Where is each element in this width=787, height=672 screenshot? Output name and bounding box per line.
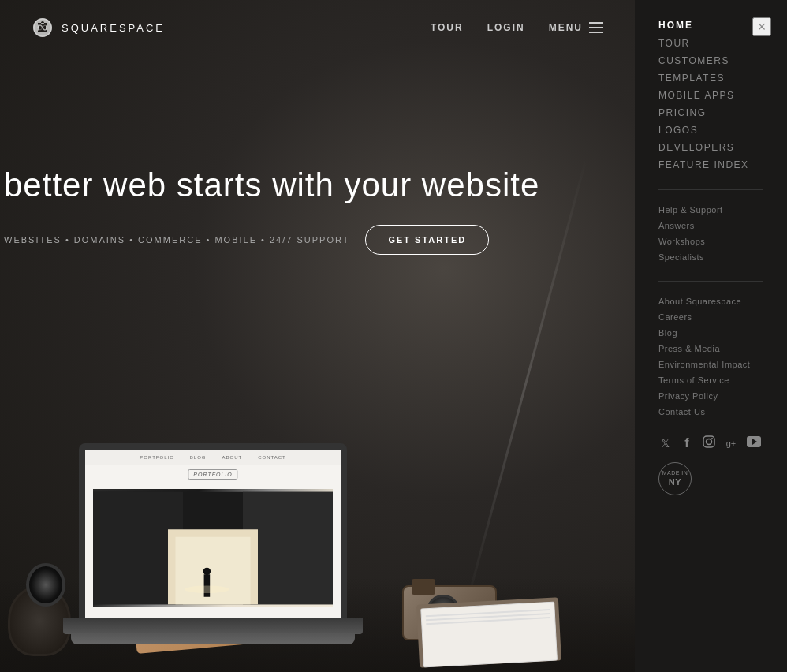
sidebar-item-templates[interactable]: TEMPLATES [658,69,763,87]
svg-point-10 [707,439,712,445]
instagram-icon[interactable] [703,435,715,450]
sidebar-item-press[interactable]: Press & Media [658,341,763,357]
sidebar-item-environmental[interactable]: Environmental Impact [658,357,763,372]
laptop-screen: PORTFOLIO BLOG ABOUT CONTACT PORTFOLIO [79,443,347,625]
hero-subtitle: WEBSITES • DOMAINS • COMMERCE • MOBILE •… [0,225,635,255]
sidebar-item-help[interactable]: Help & Support [658,202,763,218]
main-nav: TOUR LOGIN MENU [431,22,603,33]
social-links: 𝕏 f g+ [658,435,763,450]
camera-left [8,585,71,656]
close-button[interactable]: × [752,17,771,36]
sidebar-item-home[interactable]: HOME [658,16,763,35]
sidebar-item-blog[interactable]: Blog [658,325,763,341]
sidebar-menu: × HOME TOUR CUSTOMERS TEMPLATES MOBILE A… [635,0,787,672]
svg-point-8 [185,586,229,594]
sidebar-item-feature-index[interactable]: FEATURE INDEX [658,156,763,174]
sidebar-item-workshops[interactable]: Workshops [658,233,763,249]
logo-icon [32,17,54,39]
menu-label: MENU [549,22,583,33]
hamburger-icon [589,22,603,33]
sidebar-item-specialists[interactable]: Specialists [658,249,763,265]
screen-logo: PORTFOLIO [188,469,237,480]
logo[interactable]: SQUARESPACE [32,17,165,39]
screen-nav-blog: BLOG [190,455,207,460]
sidebar-item-logos[interactable]: LOGOS [658,121,763,139]
laptop: PORTFOLIO BLOG ABOUT CONTACT PORTFOLIO [63,443,371,672]
sidebar-main-nav: HOME TOUR CUSTOMERS TEMPLATES MOBILE APP… [658,16,763,174]
ny-badge: MADE IN NY [658,462,692,495]
hero-title: better web starts with your website [0,166,552,205]
youtube-icon[interactable] [747,436,759,450]
screen-nav-about: ABOUT [222,455,243,460]
twitter-icon[interactable]: 𝕏 [658,437,671,450]
sidebar-item-privacy[interactable]: Privacy Policy [658,388,763,404]
notebook [416,597,561,667]
sidebar-item-tour[interactable]: TOUR [658,35,763,52]
sidebar-item-mobile-apps[interactable]: MOBILE APPS [658,87,763,104]
sidebar-company: About Squarespace Careers Blog Press & M… [658,293,763,420]
hero-section: better web starts with your website WEBS… [0,166,635,255]
screen-nav: PORTFOLIO BLOG ABOUT CONTACT [85,450,341,465]
svg-rect-9 [703,436,714,447]
menu-button[interactable]: MENU [549,22,603,33]
notebook-pages [420,602,558,668]
svg-point-7 [203,568,211,576]
screen-content: PORTFOLIO BLOG ABOUT CONTACT PORTFOLIO [85,450,341,618]
camera-lens [26,563,65,607]
screen-nav-contact: CONTACT [258,455,286,460]
svg-point-11 [711,438,713,439]
sidebar-item-developers[interactable]: DEVELOPERS [658,139,763,156]
divider-2 [658,281,763,282]
sidebar-item-pricing[interactable]: PRICING [658,104,763,121]
sidebar-item-contact[interactable]: Contact Us [658,404,763,420]
sidebar-item-answers[interactable]: Answers [658,218,763,233]
laptop-base [63,618,363,634]
googleplus-icon[interactable]: g+ [725,439,737,448]
svg-rect-5 [176,537,251,605]
divider-1 [658,189,763,190]
main-content: SQUARESPACE TOUR LOGIN MENU better web s… [0,0,635,672]
nav-tour[interactable]: TOUR [431,22,464,33]
laptop-bottom [71,633,355,644]
sidebar-item-terms[interactable]: Terms of Service [658,372,763,388]
ny-badge-text: MADE IN NY [662,469,688,487]
logo-text: SQUARESPACE [62,22,165,34]
screen-hero-image [93,489,333,607]
facebook-icon[interactable]: f [681,436,693,450]
hero-features: WEBSITES • DOMAINS • COMMERCE • MOBILE •… [4,235,349,245]
nav-login[interactable]: LOGIN [487,22,525,33]
get-started-button[interactable]: GET STARTED [365,225,489,255]
header: SQUARESPACE TOUR LOGIN MENU [0,0,635,55]
sidebar-item-about[interactable]: About Squarespace [658,293,763,309]
sidebar-item-customers[interactable]: CUSTOMERS [658,52,763,69]
screen-nav-portfolio: PORTFOLIO [140,455,174,460]
sidebar-item-careers[interactable]: Careers [658,309,763,325]
sidebar-support: Help & Support Answers Workshops Special… [658,202,763,265]
